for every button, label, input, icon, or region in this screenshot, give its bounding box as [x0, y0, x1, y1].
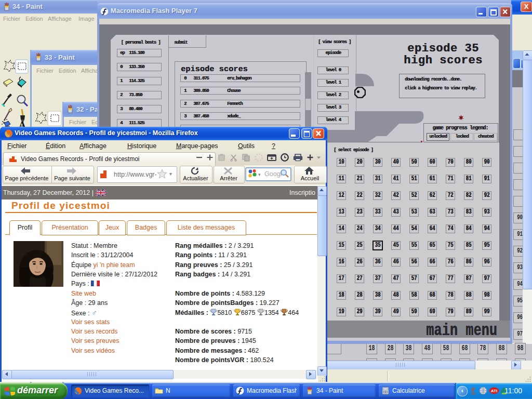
svg-text:ATI: ATI: [491, 389, 497, 393]
